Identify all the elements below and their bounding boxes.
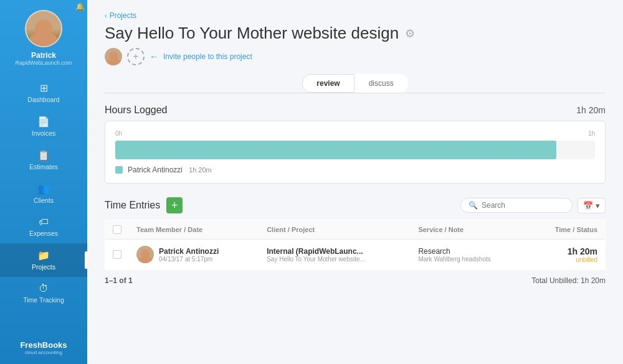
legend-member-time: 1h 20m	[189, 166, 212, 174]
sidebar-item-dashboard[interactable]: ⊞ Dashboard	[0, 76, 87, 110]
table-footer: 1–1 of 1 Total Unbilled: 1h 20m	[105, 276, 606, 285]
invite-row: + ← Invite people to this project	[105, 48, 606, 65]
sidebar-nav: ⊞ Dashboard 📄 Invoices 📋 Estimates 👥 Cli…	[0, 76, 87, 332]
time-entries-title: Time Entries	[105, 200, 160, 211]
table-header-checkbox	[105, 220, 130, 240]
row-note: Mark Wahlberg headshots	[418, 256, 520, 263]
expenses-icon: 🏷	[39, 217, 49, 228]
settings-icon[interactable]: ⚙	[405, 27, 415, 40]
sidebar-item-projects[interactable]: 📁 Projects	[0, 243, 87, 277]
sidebar-label-invoices: Invoices	[32, 129, 56, 137]
invoices-icon: 📄	[37, 116, 50, 128]
user-company: RapidWebLaunch.com	[16, 60, 72, 66]
select-all-checkbox[interactable]	[113, 225, 121, 234]
member-name: Patrick Antinozzi	[159, 247, 219, 256]
row-avatar	[136, 246, 154, 263]
member-date: 04/13/17 at 5:17pm	[159, 256, 219, 263]
bell-icon[interactable]: 🔔	[75, 2, 85, 11]
hours-logged-title: Hours Logged	[105, 105, 168, 116]
calendar-icon: 📅	[583, 201, 593, 210]
hours-chart-box: 0h 1h Patrick Antinozzi 1h 20m	[105, 121, 606, 184]
freshbooks-tagline: cloud accounting	[20, 350, 67, 355]
sidebar-label-time-tracking: Time Tracking	[23, 296, 64, 304]
row-checkbox-cell	[105, 240, 130, 270]
chart-labels: 0h 1h	[115, 130, 595, 137]
hours-logged-header: Hours Logged 1h 20m	[105, 105, 606, 116]
member-cell: Patrick Antinozzi 04/13/17 at 5:17pm	[136, 246, 252, 263]
time-entries-table: Team Member / Date Client / Project Serv…	[105, 220, 606, 270]
sidebar-item-time-tracking[interactable]: ⏱ Time Tracking	[0, 277, 87, 310]
estimates-icon: 📋	[37, 149, 50, 161]
total-unbilled-label: Total Unbilled: 1h 20m	[531, 276, 606, 285]
pagination-label: 1–1 of 1	[105, 276, 133, 285]
row-service: Research	[418, 247, 520, 256]
search-icon: 🔍	[468, 201, 478, 210]
sidebar-item-expenses[interactable]: 🏷 Expenses	[0, 210, 87, 243]
sidebar-label-dashboard: Dashboard	[27, 96, 59, 103]
freshbooks-name: FreshBooks	[20, 340, 67, 350]
breadcrumb-label: Projects	[110, 11, 136, 20]
row-time-status: 1h 20m unbilled	[528, 240, 605, 270]
row-checkbox[interactable]	[113, 250, 121, 259]
user-name: Patrick	[31, 51, 56, 60]
add-person-button[interactable]: +	[127, 48, 145, 65]
legend-color-dot	[115, 166, 123, 174]
time-entries-right: 🔍 📅 ▾	[460, 198, 606, 213]
invite-text[interactable]: Invite people to this project	[163, 52, 252, 61]
search-input[interactable]	[482, 201, 564, 210]
avatar	[25, 10, 62, 47]
sidebar-label-estimates: Estimates	[29, 163, 58, 170]
tab-discuss[interactable]: discuss	[354, 74, 408, 93]
legend-member-name: Patrick Antinozzi	[128, 166, 183, 174]
member-avatar	[105, 48, 122, 65]
freshbooks-logo: FreshBooks cloud accounting	[20, 332, 67, 364]
time-entries-header: Time Entries + 🔍 📅 ▾	[105, 197, 606, 213]
row-client: Internal (RapidWebLaunc...	[267, 247, 403, 256]
projects-icon: 📁	[37, 250, 50, 261]
sidebar-label-clients: Clients	[34, 197, 54, 204]
dashboard-icon: ⊞	[40, 82, 48, 94]
breadcrumb[interactable]: ‹ Projects	[105, 11, 606, 20]
project-title-row: Say Hello To Your Mother website design …	[105, 24, 606, 43]
table-header-service-note: Service / Note	[411, 220, 528, 240]
user-profile: 🔔 Patrick RapidWebLaunch.com	[16, 10, 72, 66]
back-icon: ‹	[105, 12, 107, 19]
row-time: 1h 20m	[535, 246, 597, 256]
add-time-entry-button[interactable]: +	[166, 197, 183, 213]
tab-review[interactable]: review	[302, 74, 354, 93]
time-entries-left: Time Entries +	[105, 197, 183, 213]
invite-arrow-icon: ←	[150, 52, 158, 62]
table-header-client-project: Client / Project	[259, 220, 411, 240]
row-service-note: Research Mark Wahlberg headshots	[411, 240, 528, 270]
row-member-date: Patrick Antinozzi 04/13/17 at 5:17pm	[129, 240, 259, 270]
row-project: Say Hello To Your Mother website...	[267, 256, 403, 263]
project-title: Say Hello To Your Mother website design	[105, 24, 399, 43]
chart-bar-track	[115, 141, 595, 159]
calendar-dropdown-icon: ▾	[596, 201, 600, 210]
row-client-project: Internal (RapidWebLaunc... Say Hello To …	[259, 240, 411, 270]
chart-legend: Patrick Antinozzi 1h 20m	[115, 166, 595, 174]
row-status: unbilled	[535, 256, 597, 263]
calendar-button[interactable]: 📅 ▾	[578, 198, 606, 213]
tabs-row: review discuss	[105, 74, 606, 93]
chart-label-start: 0h	[115, 130, 122, 137]
table-header-member-date: Team Member / Date	[129, 220, 259, 240]
sidebar-item-clients[interactable]: 👥 Clients	[0, 177, 87, 210]
chart-bar-fill	[115, 141, 556, 159]
main-content: ‹ Projects Say Hello To Your Mother webs…	[87, 0, 623, 364]
clients-icon: 👥	[37, 183, 50, 195]
chart-label-end: 1h	[588, 130, 595, 137]
sidebar-label-projects: Projects	[32, 263, 55, 271]
sidebar-item-estimates[interactable]: 📋 Estimates	[0, 143, 87, 177]
time-tracking-icon: ⏱	[39, 283, 49, 294]
hours-logged-total: 1h 20m	[576, 105, 606, 115]
content-area: ‹ Projects Say Hello To Your Mother webs…	[87, 0, 623, 364]
search-box: 🔍	[460, 198, 573, 213]
table-header-time-status: Time / Status	[528, 220, 605, 240]
sidebar-label-expenses: Expenses	[29, 230, 58, 237]
table-row: Patrick Antinozzi 04/13/17 at 5:17pm Int…	[105, 240, 606, 270]
sidebar-item-invoices[interactable]: 📄 Invoices	[0, 110, 87, 143]
sidebar: 🔔 Patrick RapidWebLaunch.com ⊞ Dashboard…	[0, 0, 87, 364]
